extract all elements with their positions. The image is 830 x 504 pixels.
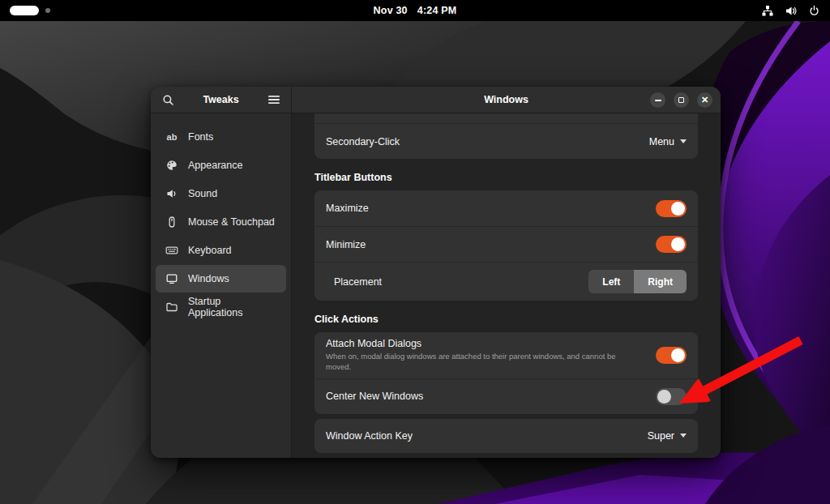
clock-menu[interactable]: Nov 30 4:24 PM	[374, 5, 457, 16]
system-status-area[interactable]	[761, 5, 820, 17]
maximize-button[interactable]	[674, 92, 689, 108]
mouse-icon	[165, 216, 178, 229]
minimize-icon	[655, 100, 661, 101]
sidebar-item-label: Mouse & Touchpad	[188, 216, 275, 228]
sidebar-item-label: Keyboard	[188, 245, 232, 256]
toggle-knob	[671, 202, 685, 216]
sidebar-item-windows[interactable]: Windows	[156, 265, 286, 293]
search-icon	[162, 94, 174, 106]
window-action-key-row[interactable]: Window Action Key Super	[314, 419, 698, 453]
search-button[interactable]	[160, 92, 176, 108]
fonts-icon: ab	[165, 130, 178, 143]
sidebar-item-label: Sound	[188, 188, 217, 199]
sidebar-item-appearance[interactable]: Appearance	[156, 152, 286, 179]
secondary-click-dropdown[interactable]: Menu	[649, 136, 687, 147]
secondary-click-card: Secondary-Click Menu	[314, 113, 698, 159]
placement-label: Placement	[334, 276, 382, 288]
sidebar-header: Tweaks	[151, 87, 292, 113]
menu-button[interactable]	[266, 92, 282, 108]
placement-right-button[interactable]: Right	[634, 270, 687, 293]
attach-modal-toggle[interactable]	[656, 347, 687, 364]
sound-icon	[165, 187, 178, 200]
click-actions-header: Click Actions	[314, 314, 698, 325]
maximize-label: Maximize	[326, 203, 369, 214]
sidebar-item-sound[interactable]: Sound	[156, 180, 286, 207]
minimize-row[interactable]: Minimize	[314, 226, 698, 262]
active-workspace-pill	[10, 6, 39, 15]
window-controls: ✕	[650, 87, 712, 113]
click-actions-card: Attach Modal Dialogs When on, modal dial…	[314, 332, 698, 414]
clock-time: 4:24 PM	[417, 5, 457, 16]
maximize-toggle[interactable]	[656, 200, 687, 217]
panel-title: Windows	[484, 94, 528, 105]
network-wired-icon	[761, 5, 774, 17]
clock-date: Nov 30	[374, 5, 408, 16]
titlebar[interactable]: Tweaks Windows ✕	[151, 87, 721, 113]
minimize-toggle[interactable]	[656, 236, 687, 253]
window-action-key-value: Super	[648, 430, 674, 442]
placement-left-button[interactable]: Left	[588, 270, 634, 293]
sidebar-item-keyboard[interactable]: Keyboard	[156, 237, 286, 264]
toggle-knob	[671, 237, 685, 251]
window-body: ab Fonts Appearance	[151, 113, 721, 458]
chevron-down-icon	[680, 434, 687, 438]
toggle-knob	[657, 390, 671, 404]
secondary-click-row[interactable]: Secondary-Click Menu	[314, 123, 698, 159]
center-new-windows-label: Center New Windows	[326, 391, 423, 402]
startup-folder-icon	[165, 301, 178, 314]
sidebar: ab Fonts Appearance	[151, 113, 292, 458]
app-title: Tweaks	[203, 94, 238, 105]
chevron-down-icon	[680, 139, 687, 143]
titlebar-buttons-header: Titlebar Buttons	[314, 172, 698, 183]
titlebar-buttons-card: Maximize Minimize Placement Left Right	[314, 190, 698, 301]
sidebar-item-fonts[interactable]: ab Fonts	[156, 123, 286, 151]
scrolled-partial-row	[314, 113, 698, 123]
appearance-icon	[165, 159, 178, 172]
volume-icon	[785, 5, 798, 17]
desktop: Nov 30 4:24 PM	[0, 0, 830, 504]
sidebar-item-label: Startup Applications	[188, 296, 276, 318]
toggle-knob	[671, 348, 685, 362]
minimize-label: Minimize	[326, 239, 366, 250]
window-action-key-dropdown[interactable]: Super	[648, 430, 687, 442]
inactive-workspace-dot	[45, 8, 50, 13]
center-new-windows-row[interactable]: Center New Windows	[314, 378, 698, 414]
top-bar: Nov 30 4:24 PM	[0, 0, 830, 21]
placement-segmented-control: Left Right	[588, 270, 687, 293]
window-action-key-card: Window Action Key Super	[314, 419, 698, 453]
sidebar-item-label: Appearance	[188, 160, 242, 171]
sidebar-item-startup-applications[interactable]: Startup Applications	[156, 293, 286, 321]
windows-settings-panel: Secondary-Click Menu Titlebar Buttons Ma…	[292, 113, 721, 458]
keyboard-icon	[165, 244, 178, 257]
secondary-click-label: Secondary-Click	[326, 136, 400, 147]
hamburger-menu-icon	[268, 95, 280, 105]
tweaks-window: Tweaks Windows ✕	[151, 87, 721, 458]
sidebar-item-mouse-touchpad[interactable]: Mouse & Touchpad	[156, 208, 286, 236]
close-button[interactable]: ✕	[697, 92, 712, 108]
attach-modal-description: When on, modal dialog windows are attach…	[326, 351, 635, 373]
placement-row: Placement Left Right	[314, 262, 698, 301]
sidebar-item-label: Windows	[188, 273, 229, 284]
attach-modal-text: Attach Modal Dialogs When on, modal dial…	[326, 332, 635, 378]
center-new-windows-toggle[interactable]	[656, 388, 687, 405]
content-header: Windows ✕	[292, 87, 721, 113]
activities-indicator[interactable]	[10, 6, 50, 15]
secondary-click-value: Menu	[649, 136, 674, 147]
windows-icon	[165, 272, 178, 285]
close-icon: ✕	[701, 96, 708, 105]
power-icon	[808, 5, 820, 17]
sidebar-item-label: Fonts	[188, 131, 213, 143]
attach-modal-dialogs-row[interactable]: Attach Modal Dialogs When on, modal dial…	[314, 332, 698, 378]
minimize-button[interactable]	[650, 92, 665, 108]
window-action-key-label: Window Action Key	[326, 430, 413, 442]
attach-modal-label: Attach Modal Dialogs	[326, 338, 635, 349]
maximize-icon	[678, 97, 684, 103]
maximize-row[interactable]: Maximize	[314, 190, 698, 226]
